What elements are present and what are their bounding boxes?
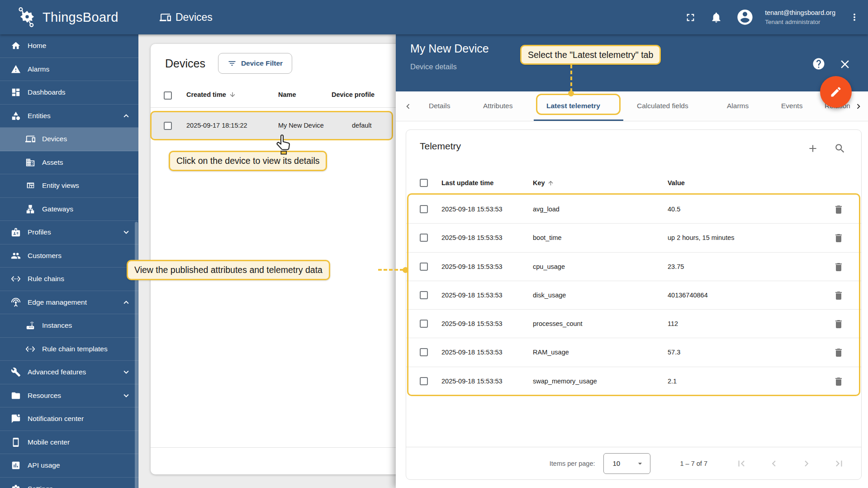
help-icon[interactable] [812, 57, 825, 71]
column-created-time[interactable]: Created time [186, 91, 236, 98]
user-avatar[interactable] [736, 8, 754, 26]
rule-chain-templates-icon [25, 344, 35, 354]
sidebar-item-gateways[interactable]: Gateways [0, 198, 138, 221]
tab-attributes[interactable]: Attributes [483, 102, 512, 110]
sidebar-item-notification-center[interactable]: Notification center [0, 407, 138, 431]
sidebar-item-dashboards[interactable]: Dashboards [0, 81, 138, 105]
row-checkbox[interactable] [420, 205, 428, 213]
delete-icon[interactable] [833, 204, 844, 215]
first-page-icon[interactable] [735, 458, 747, 469]
edit-fab-button[interactable] [820, 76, 852, 108]
tabs-scroll-left-icon[interactable] [403, 101, 413, 111]
device-filter-button[interactable]: Device Filter [218, 53, 292, 74]
sidebar-item-mobile-center[interactable]: Mobile center [0, 431, 138, 455]
telemetry-row[interactable]: 2025-09-18 15:53:53 avg_load 40.5 [406, 195, 861, 224]
row-checkbox[interactable] [420, 320, 428, 328]
page-size-select[interactable]: 10 [603, 453, 650, 474]
sidebar-item-alarms[interactable]: Alarms [0, 58, 138, 81]
row-checkbox[interactable] [420, 377, 428, 385]
delete-icon[interactable] [833, 290, 844, 301]
sidebar-item-profiles[interactable]: Profiles [0, 221, 138, 244]
notifications-bell-icon[interactable] [710, 11, 722, 24]
row-checkbox[interactable] [420, 234, 428, 242]
delete-icon[interactable] [833, 347, 844, 358]
column-name[interactable]: Name [278, 91, 296, 98]
previous-page-icon[interactable] [768, 458, 780, 469]
column-key[interactable]: Key [533, 179, 554, 187]
sidebar-item-settings[interactable]: Settings [0, 478, 138, 488]
gateways-icon [25, 204, 35, 214]
tab-events[interactable]: Events [781, 102, 802, 110]
sort-desc-icon [229, 91, 236, 98]
sidebar-item-entity-views[interactable]: Entity views [0, 174, 138, 198]
page-title-block: Devices [160, 0, 213, 34]
row-checkbox[interactable] [420, 263, 428, 271]
sidebar-item-home[interactable]: Home [0, 34, 138, 58]
sidebar: Home Alarms Dashboards Entities Devices … [0, 34, 138, 488]
close-icon[interactable] [838, 57, 852, 71]
row-checkbox[interactable] [420, 291, 428, 299]
delete-icon[interactable] [833, 233, 844, 244]
column-last-update-time[interactable]: Last update time [441, 179, 493, 187]
telemetry-row[interactable]: 2025-09-18 15:53:53 processes_count 112 [406, 310, 861, 338]
telemetry-pagination: Items per page: 10 1 – 7 of 7 [406, 447, 861, 479]
sidebar-item-devices[interactable]: Devices [0, 128, 138, 151]
search-icon[interactable] [834, 143, 846, 154]
tab-details[interactable]: Details [429, 102, 450, 110]
fullscreen-icon[interactable] [684, 11, 697, 24]
delete-icon[interactable] [833, 262, 844, 273]
devices-table-header: Created time Name Device profile [151, 84, 403, 108]
brand[interactable]: ThingsBoard [15, 5, 119, 29]
mouse-cursor-pointer [276, 134, 292, 155]
profiles-badge-icon [11, 227, 21, 237]
telemetry-row[interactable]: 2025-09-18 15:53:53 cpu_usage 23.75 [406, 253, 861, 281]
router-icon [25, 321, 35, 330]
callout-connector-dot [403, 267, 408, 273]
sidebar-item-resources[interactable]: Resources [0, 384, 138, 408]
devices-icon [25, 134, 35, 144]
cell-device-profile: default [352, 122, 372, 129]
row-checkbox[interactable] [420, 348, 428, 356]
column-value[interactable]: Value [668, 179, 685, 187]
sidebar-item-edge-management[interactable]: Edge management [0, 291, 138, 315]
details-title: My New Device [410, 42, 489, 55]
sidebar-item-advanced-features[interactable]: Advanced features [0, 361, 138, 384]
sidebar-item-instances[interactable]: Instances [0, 314, 138, 338]
telemetry-row[interactable]: 2025-09-18 15:53:53 swap_memory_usage 2.… [406, 367, 861, 396]
devices-panel-title: Devices [165, 57, 205, 70]
sidebar-item-rule-chain-templates[interactable]: Rule chain templates [0, 338, 138, 361]
devices-table-footer [151, 447, 403, 474]
more-menu-icon[interactable] [849, 12, 860, 23]
delete-icon[interactable] [833, 319, 844, 330]
cell-created-time: 2025-09-17 18:15:22 [186, 122, 247, 129]
delete-icon[interactable] [833, 376, 844, 387]
sidebar-item-entities[interactable]: Entities [0, 105, 138, 128]
tools-icon [11, 367, 21, 377]
select-all-checkbox[interactable] [164, 91, 172, 100]
pencil-icon [830, 86, 842, 98]
telemetry-select-all-checkbox[interactable] [420, 179, 428, 187]
rule-chains-icon [11, 274, 21, 284]
next-page-icon[interactable] [801, 458, 812, 469]
sidebar-item-rule-chains[interactable]: Rule chains [0, 268, 138, 291]
details-tab-bar: Details Attributes Latest telemetry Calc… [396, 91, 868, 121]
tab-calculated-fields[interactable]: Calculated fields [637, 102, 688, 110]
telemetry-row[interactable]: 2025-09-18 15:53:53 boot_time up 2 hours… [406, 224, 861, 252]
row-checkbox[interactable] [164, 122, 172, 130]
tabs-scroll-right-icon[interactable] [854, 101, 863, 111]
telemetry-row[interactable]: 2025-09-18 15:53:53 disk_usage 401367408… [406, 281, 861, 310]
column-device-profile[interactable]: Device profile [332, 91, 375, 98]
telemetry-title: Telemetry [420, 141, 461, 152]
edge-antenna-icon [11, 297, 21, 307]
device-table-row[interactable]: 2025-09-17 18:15:22 My New Device defaul… [150, 111, 393, 140]
sidebar-item-assets[interactable]: Assets [0, 151, 138, 175]
tab-alarms[interactable]: Alarms [727, 102, 749, 110]
last-page-icon[interactable] [833, 458, 845, 469]
telemetry-table-header: Last update time Key Value [406, 173, 861, 194]
telemetry-row[interactable]: 2025-09-18 15:53:53 RAM_usage 57.3 [406, 338, 861, 367]
sidebar-item-customers[interactable]: Customers [0, 244, 138, 268]
device-details-panel: My New Device Device details Select the … [396, 34, 868, 488]
callout-click-device: Click on the device to view its details [169, 151, 327, 171]
sidebar-item-api-usage[interactable]: API usage [0, 454, 138, 478]
add-telemetry-icon[interactable] [807, 143, 819, 154]
